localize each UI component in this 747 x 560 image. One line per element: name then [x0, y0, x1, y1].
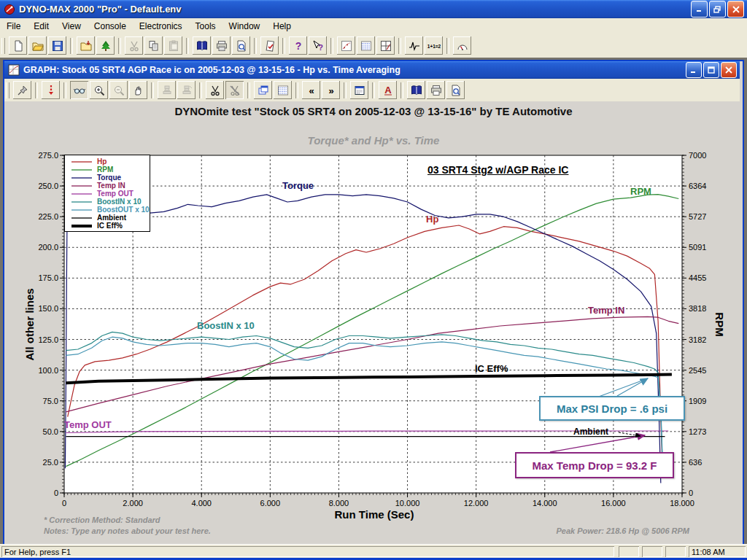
- menu-item-help[interactable]: Help: [266, 20, 298, 33]
- right-tick-label: 7000: [689, 151, 721, 160]
- menu-item-edit[interactable]: Edit: [27, 20, 55, 33]
- callout-psi-drop[interactable]: Max PSI Drop = .6 psi: [539, 396, 685, 421]
- legend-label: BoostIN x 10: [97, 198, 142, 206]
- svg-text:A: A: [384, 85, 392, 96]
- tree-view-button[interactable]: [96, 36, 115, 55]
- legend-label: RPM: [97, 166, 113, 174]
- app-icon: [4, 4, 15, 15]
- curve-label: Temp IN: [588, 305, 624, 316]
- legend-label: Temp OUT: [97, 190, 133, 198]
- x-tick-label: 0: [48, 499, 80, 508]
- restore-button[interactable]: [709, 1, 726, 18]
- print-button[interactable]: [212, 36, 231, 55]
- x-tick-label: 6.000: [254, 499, 286, 508]
- next-run-button[interactable]: »: [322, 81, 340, 99]
- menu-item-console[interactable]: Console: [88, 20, 133, 33]
- drop-marker-button[interactable]: [42, 81, 60, 99]
- graph-minimize-button[interactable]: [686, 62, 702, 78]
- x-tick-label: 4.000: [185, 499, 217, 508]
- right-axis-title: RPM: [713, 312, 726, 336]
- x-axis-title: Run Time (Sec): [298, 508, 451, 521]
- menu-item-view[interactable]: View: [55, 20, 88, 33]
- legend-label: Hp: [97, 158, 107, 166]
- no-trim-button[interactable]: [225, 81, 244, 99]
- right-tick-label: 0: [689, 489, 721, 497]
- legend-item: Temp IN: [65, 182, 150, 190]
- menu-item-window[interactable]: Window: [222, 20, 267, 33]
- legend-item: BoostIN x 10: [65, 198, 150, 206]
- callout-temp-drop[interactable]: Max Temp Drop = 93.2 F: [515, 452, 674, 478]
- minimize-button[interactable]: [691, 1, 708, 18]
- stamp-undo-button: [158, 81, 176, 99]
- right-tick-label: 1909: [689, 397, 721, 405]
- curve-label: 03 SRT4 Stg2 w/AGP Race IC: [427, 164, 568, 176]
- graph-view-button[interactable]: [337, 36, 355, 55]
- open-file-button[interactable]: [28, 36, 47, 55]
- legend-label: IC Eff%: [97, 222, 123, 230]
- notes-button[interactable]: [350, 81, 368, 99]
- legend-line-sample: [71, 191, 93, 197]
- graph-window-title: GRAPH: Stock 05 SRT4 AGP Race ic on 2005…: [23, 65, 686, 75]
- new-file-button[interactable]: [9, 36, 27, 55]
- inspect-button[interactable]: [70, 81, 88, 99]
- tile-windows-button[interactable]: [376, 36, 395, 55]
- left-tick-label: 250.0: [26, 182, 58, 190]
- export-env-button[interactable]: [77, 36, 95, 55]
- menu-item-file[interactable]: File: [0, 20, 27, 33]
- graph-close-button[interactable]: [721, 62, 737, 78]
- calculator-button[interactable]: 1+1=2: [425, 36, 443, 55]
- graph-maximize-button[interactable]: [703, 62, 719, 78]
- graph-print-button[interactable]: [427, 81, 445, 99]
- pin-button[interactable]: [13, 81, 31, 99]
- legend-label: Temp IN: [97, 182, 125, 190]
- zoom-in-button[interactable]: [90, 81, 108, 99]
- manual-button[interactable]: [193, 36, 211, 55]
- trim-data-button[interactable]: [206, 81, 224, 99]
- help-button[interactable]: ?: [289, 36, 307, 55]
- context-help-button[interactable]: ?: [309, 36, 327, 55]
- footnote-peak-power: Peak Power: 218.6 Hp @ 5006 RPM: [438, 526, 689, 535]
- annotate-button[interactable]: A: [379, 81, 397, 99]
- x-tick-label: 14.000: [529, 499, 561, 508]
- legend-item: Temp OUT: [65, 190, 150, 198]
- right-tick-label: 2545: [689, 366, 721, 375]
- svg-text:»: »: [328, 85, 333, 96]
- status-panel-3: [665, 546, 686, 557]
- chart-legend: HpRPMTorqueTemp INTemp OUTBoostIN x 10Bo…: [64, 155, 150, 232]
- print-preview-button[interactable]: [232, 36, 250, 55]
- status-clock: 11:08 AM: [689, 546, 746, 557]
- menu-item-electronics[interactable]: Electronics: [133, 20, 189, 33]
- left-tick-label: 75.0: [26, 397, 58, 405]
- toolbar-grip[interactable]: [1, 38, 5, 54]
- graph-preview-button[interactable]: [446, 81, 465, 99]
- svg-text:«: «: [309, 85, 314, 96]
- chart-subtitle: Torque* and Hp* vs. Time: [155, 134, 592, 147]
- test-checklist-button[interactable]: [260, 36, 279, 55]
- footnote-correction: * Correction Method: Standard: [44, 516, 160, 524]
- x-tick-label: 10.000: [392, 499, 424, 508]
- show-data-grid-button[interactable]: [274, 81, 292, 99]
- legend-line-sample: [71, 215, 93, 221]
- legend-item: IC Eff%: [65, 222, 150, 230]
- gauges-button[interactable]: [453, 36, 471, 55]
- waveform-button[interactable]: [405, 36, 423, 55]
- copy-button[interactable]: [144, 36, 163, 55]
- left-tick-label: 50.0: [26, 427, 58, 436]
- overlay-runs-button[interactable]: [254, 81, 272, 99]
- close-button[interactable]: [727, 1, 744, 18]
- x-tick-label: 18.000: [666, 499, 698, 508]
- status-panel-2: [642, 546, 662, 557]
- data-grid-button[interactable]: [357, 36, 375, 55]
- status-panel-1: [619, 546, 639, 557]
- legend-line-sample: [71, 223, 93, 229]
- save-button[interactable]: [48, 36, 66, 55]
- footnote-notes[interactable]: Notes: Type any notes about your test he…: [44, 526, 211, 535]
- legend-label: Ambient: [97, 214, 126, 222]
- graph-manual-button[interactable]: [407, 81, 425, 99]
- pan-button[interactable]: [129, 81, 147, 99]
- prev-run-button[interactable]: «: [302, 81, 320, 99]
- menu-item-tools[interactable]: Tools: [189, 20, 222, 33]
- left-tick-label: 275.0: [26, 151, 58, 160]
- legend-item: Ambient: [65, 214, 150, 222]
- window-title: DYNO-MAX 2000 "Pro" - Default.env: [19, 4, 691, 15]
